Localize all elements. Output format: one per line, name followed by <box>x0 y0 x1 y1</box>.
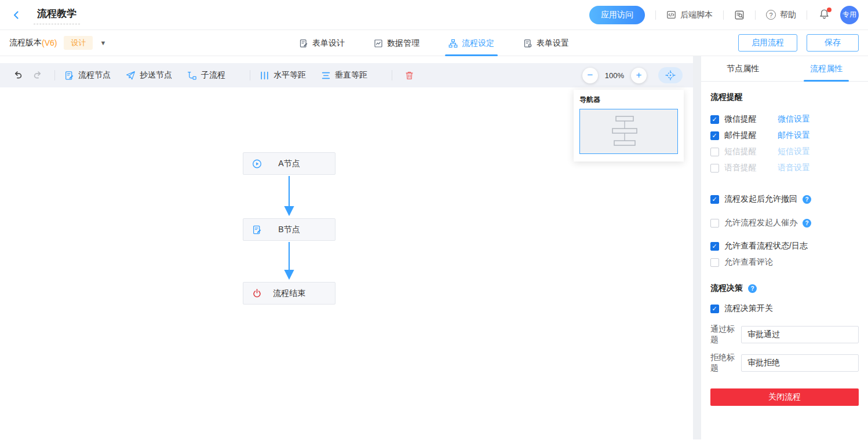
decision-section-heading: 流程决策 ? <box>710 283 859 294</box>
properties-tabs: 节点属性 流程属性 <box>701 56 868 82</box>
allow-urge-checkbox[interactable] <box>710 219 719 228</box>
tab-flow-settings[interactable]: 流程设定 <box>448 30 494 56</box>
tab-label: 流程设定 <box>462 38 494 49</box>
notification-dot <box>827 8 831 12</box>
node-label: A节点 <box>243 153 335 174</box>
reminder-label: 短信提醒 <box>724 146 757 157</box>
reject-title-label: 拒绝标题 <box>710 353 741 373</box>
paper-plane-icon <box>126 71 136 80</box>
horizontal-spacing-tool[interactable]: 水平等距 <box>260 70 306 80</box>
log-search-icon <box>734 10 745 20</box>
enable-flow-button[interactable]: 启用流程 <box>738 34 797 52</box>
navigator-toggle-button[interactable] <box>658 67 683 83</box>
zoom-level: 100% <box>605 71 624 80</box>
reminder-label: 微信提醒 <box>724 114 757 124</box>
vertical-spacing-tool[interactable]: 垂直等距 <box>321 70 367 80</box>
version-label: 流程版本 <box>9 38 42 48</box>
data-management-icon <box>374 39 383 48</box>
canvas-toolbar: 流程节点 抄送节点 子流程 水平等距 垂直等距 <box>0 63 693 87</box>
pass-title-input[interactable] <box>741 326 859 343</box>
zoom-out-button[interactable]: − <box>582 68 598 83</box>
help-button[interactable]: ? 帮助 <box>766 10 796 20</box>
horizontal-spacing-icon <box>260 71 269 80</box>
tool-label: 水平等距 <box>273 70 306 80</box>
tab-data-management[interactable]: 数据管理 <box>374 30 420 56</box>
sms-reminder-checkbox[interactable] <box>710 148 719 156</box>
decision-help-icon[interactable]: ? <box>748 284 757 293</box>
decision-switch-checkbox[interactable] <box>710 305 719 313</box>
minimap-flow-preview <box>580 109 677 153</box>
zoom-in-button[interactable]: + <box>631 68 647 83</box>
view-status-checkbox[interactable] <box>710 242 719 251</box>
tab-form-design[interactable]: 表单设计 <box>299 30 345 56</box>
top-header: 流程教学 应用访问 后端脚本 ? 帮助 专用 <box>0 0 868 30</box>
backend-script-button[interactable]: 后端脚本 <box>666 10 713 20</box>
page-title[interactable]: 流程教学 <box>34 6 80 24</box>
flow-canvas[interactable]: 流程节点 抄送节点 子流程 水平等距 垂直等距 <box>0 56 693 439</box>
tab-form-settings[interactable]: 表单设置 <box>523 30 569 56</box>
email-settings-link[interactable]: 邮件设置 <box>778 130 810 141</box>
chevron-left-icon <box>12 10 21 20</box>
log-search-button[interactable] <box>734 10 745 20</box>
properties-body: 流程提醒 微信提醒 微信设置 邮件提醒 邮件设置 短信提醒 短信设置 语音提醒 … <box>701 82 868 406</box>
subflow-icon <box>187 71 197 80</box>
option-label: 允许流程发起人催办 <box>724 218 797 228</box>
reject-title-input[interactable] <box>741 354 859 372</box>
wechat-reminder-checkbox[interactable] <box>710 115 719 124</box>
close-flow-button[interactable]: 关闭流程 <box>710 388 859 406</box>
voice-reminder-checkbox[interactable] <box>710 164 719 173</box>
urge-help-icon[interactable]: ? <box>803 219 811 228</box>
tab-label: 流程属性 <box>810 64 843 74</box>
canvas-panel-gap <box>693 56 701 439</box>
view-comments-checkbox[interactable] <box>710 258 719 267</box>
tab-node-properties[interactable]: 节点属性 <box>701 56 785 81</box>
withdraw-help-icon[interactable]: ? <box>803 195 811 204</box>
save-button[interactable]: 保存 <box>807 34 859 52</box>
decision-heading-label: 流程决策 <box>710 283 743 294</box>
flow-node-b[interactable]: B节点 <box>243 218 335 241</box>
tab-label: 表单设置 <box>537 38 569 49</box>
add-subflow-tool[interactable]: 子流程 <box>187 70 225 80</box>
divider <box>250 70 250 80</box>
avatar[interactable]: 专用 <box>840 6 859 24</box>
sms-settings-link[interactable]: 短信设置 <box>778 146 810 157</box>
allow-withdraw-checkbox[interactable] <box>710 195 719 204</box>
voice-settings-link[interactable]: 语音设置 <box>778 163 810 173</box>
navigator-minimap[interactable] <box>579 109 678 154</box>
properties-panel: 节点属性 流程属性 流程提醒 微信提醒 微信设置 邮件提醒 邮件设置 短信提醒 … <box>701 56 868 439</box>
tool-label: 垂直等距 <box>335 70 367 80</box>
undo-icon <box>13 70 23 80</box>
option-row-urge: 允许流程发起人催办 ? <box>710 215 859 231</box>
add-flow-node-tool[interactable]: 流程节点 <box>64 70 111 80</box>
tool-label: 抄送节点 <box>140 70 172 80</box>
email-reminder-checkbox[interactable] <box>710 131 719 140</box>
reminder-row-email: 邮件提醒 邮件设置 <box>710 127 859 144</box>
redo-button[interactable] <box>30 68 45 83</box>
node-label: B节点 <box>243 219 335 240</box>
tab-flow-properties[interactable]: 流程属性 <box>785 56 868 81</box>
option-row-view-comments: 允许查看评论 <box>710 254 859 270</box>
option-row-withdraw: 流程发起后允许撤回 ? <box>710 191 859 207</box>
divider <box>807 10 807 20</box>
wechat-settings-link[interactable]: 微信设置 <box>778 114 810 124</box>
reminder-row-sms: 短信提醒 短信设置 <box>710 144 859 160</box>
back-button[interactable] <box>9 8 23 22</box>
backend-script-label: 后端脚本 <box>680 10 713 20</box>
tab-label: 数据管理 <box>387 38 420 49</box>
pass-title-label: 通过标题 <box>710 324 741 345</box>
flow-node-start[interactable]: A节点 <box>243 152 335 175</box>
zoom-controls: − 100% + <box>582 67 683 83</box>
delete-button[interactable] <box>402 68 417 83</box>
app-access-button[interactable]: 应用访问 <box>589 6 645 24</box>
undo-button[interactable] <box>10 68 25 83</box>
reminder-row-voice: 语音提醒 语音设置 <box>710 160 859 176</box>
notifications-button[interactable] <box>819 9 830 21</box>
divider <box>755 10 756 20</box>
option-label: 流程发起后允许撤回 <box>724 194 797 204</box>
add-cc-node-tool[interactable]: 抄送节点 <box>126 70 172 80</box>
flow-node-end[interactable]: 流程结束 <box>243 282 335 305</box>
sub-header: 流程版本 (V6) 设计 ▼ 表单设计 数据管理 流程设定 表单设置 启用流程 … <box>0 30 868 56</box>
version-dropdown[interactable]: ▼ <box>100 39 106 46</box>
flow-settings-icon <box>448 39 458 48</box>
divider <box>723 10 724 20</box>
